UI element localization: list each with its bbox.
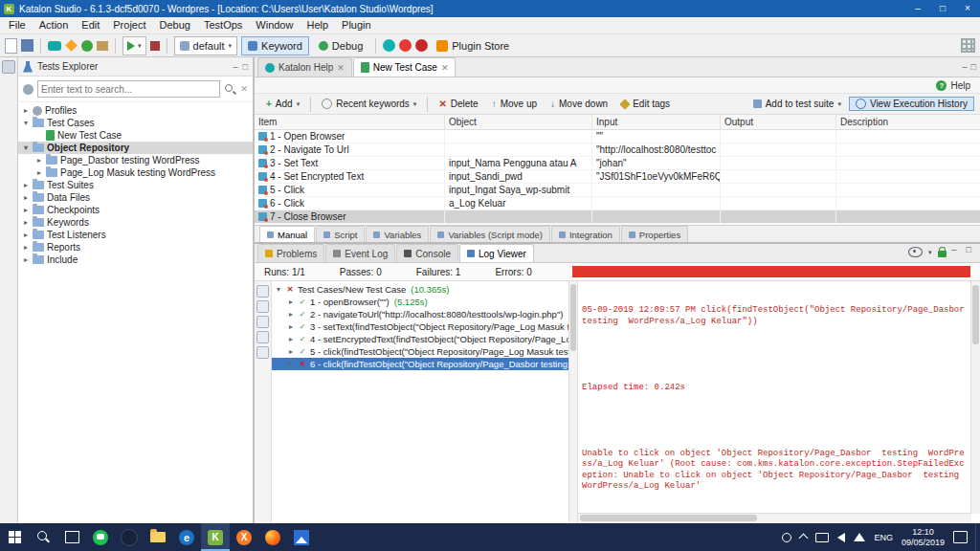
lock-icon[interactable] — [938, 251, 947, 257]
tab-console[interactable]: Console — [396, 244, 458, 262]
plugin-store-button[interactable]: Plugin Store — [432, 40, 514, 52]
horizontal-scrollbar[interactable] — [578, 513, 971, 523]
volume-icon[interactable] — [837, 533, 845, 542]
tab-new-test-case[interactable]: New Test Case ✕ — [353, 57, 457, 77]
chevron-right-icon[interactable]: ▸ — [287, 298, 295, 306]
column-header-input[interactable]: Input — [592, 115, 721, 129]
table-row[interactable]: 2 - Navigate To Url "http://localhost:80… — [255, 143, 980, 157]
tab-properties[interactable]: Properties — [621, 226, 688, 242]
column-header-description[interactable]: Description — [836, 115, 980, 129]
tab-script[interactable]: Script — [316, 226, 365, 242]
chevron-right-icon[interactable]: ▸ — [22, 181, 30, 189]
sidebar-item-object-repository[interactable]: ▾ Object Repository — [18, 142, 253, 154]
chevron-down-icon[interactable]: ▾ — [928, 249, 932, 256]
chevron-down-icon[interactable]: ▾ — [138, 42, 142, 50]
sidebar-item-test-listeners[interactable]: ▸ Test Listeners — [18, 229, 253, 241]
eye-icon[interactable] — [908, 247, 923, 257]
sidebar-item-test-suites[interactable]: ▸ Test Suites — [18, 179, 253, 191]
chevron-down-icon[interactable]: ▾ — [22, 143, 30, 152]
log-tree-step[interactable]: ▸ ✓ 4 - setEncryptedText(findTestObject(… — [272, 333, 568, 345]
menu-window[interactable]: Window — [249, 17, 300, 33]
maximize-view-icon[interactable]: □ — [971, 62, 976, 72]
file-explorer-button[interactable] — [144, 523, 172, 551]
taskbar-search-button[interactable] — [29, 523, 57, 551]
vertical-scrollbar[interactable] — [970, 281, 980, 514]
show-desktop-button[interactable] — [975, 523, 980, 551]
menu-action[interactable]: Action — [33, 17, 76, 33]
chevron-right-icon[interactable]: ▸ — [287, 360, 295, 368]
column-header-object[interactable]: Object — [445, 115, 592, 129]
display-icon[interactable] — [815, 533, 829, 542]
tab-manual[interactable]: Manual — [259, 226, 315, 242]
tab-problems[interactable]: Problems — [257, 244, 324, 262]
keyword-mode-button[interactable]: Keyword — [241, 36, 309, 55]
sidebar-item-profiles[interactable]: ▸ Profiles — [18, 104, 253, 117]
previous-failure-icon[interactable] — [256, 316, 269, 328]
menu-project[interactable]: Project — [106, 17, 152, 33]
chevron-down-icon[interactable]: ▾ — [275, 285, 282, 294]
record-icon[interactable] — [399, 39, 412, 52]
log-tree-step-selected[interactable]: ▸ ✕ 6 - click(findTestObject("Object Rep… — [272, 358, 568, 370]
firefox-button[interactable] — [258, 523, 287, 551]
chevron-right-icon[interactable]: ▸ — [287, 335, 295, 343]
spy-mobile-icon[interactable] — [383, 39, 395, 52]
table-row[interactable]: 6 - Click a_Log Keluar — [255, 197, 980, 210]
stop-icon[interactable] — [150, 41, 160, 51]
close-icon[interactable]: ✕ — [337, 63, 345, 73]
minimize-view-icon[interactable]: – — [963, 62, 968, 72]
expand-all-icon[interactable] — [256, 285, 269, 298]
sidebar-item-new-test-case[interactable]: New Test Case — [18, 129, 253, 142]
tab-log-viewer[interactable]: Log Viewer — [459, 244, 534, 262]
action-center-icon[interactable] — [953, 531, 968, 543]
web-service-icon[interactable] — [81, 40, 93, 52]
column-header-item[interactable]: Item — [255, 115, 445, 129]
move-down-button[interactable]: ↓ Move down — [545, 98, 613, 110]
profile-dropdown[interactable]: default ▾ — [174, 36, 238, 55]
menu-file[interactable]: File — [2, 17, 33, 33]
perspective-grid-icon[interactable] — [961, 38, 975, 53]
menu-edit[interactable]: Edit — [75, 17, 106, 33]
minimize-view-icon[interactable]: – — [952, 245, 957, 254]
table-row-selected[interactable]: 7 - Close Browser — [255, 210, 980, 224]
maximize-window-button[interactable]: □ — [930, 0, 955, 17]
xampp-button[interactable] — [230, 523, 258, 551]
sidebar-item-page-log-masuk[interactable]: ▸ Page_Log Masuk testing WordPress — [18, 166, 253, 179]
chevron-right-icon[interactable]: ▸ — [22, 255, 30, 264]
debug-mode-button[interactable]: Debug — [313, 37, 368, 55]
log-tree-scrollbar[interactable] — [569, 281, 578, 523]
chat-app-button[interactable] — [86, 523, 115, 551]
menu-help[interactable]: Help — [300, 17, 335, 33]
clear-search-icon[interactable]: ✕ — [240, 84, 248, 94]
clear-log-icon[interactable] — [256, 346, 269, 359]
katalon-taskbar-button[interactable] — [201, 523, 230, 551]
photos-button[interactable] — [287, 523, 316, 551]
start-button[interactable] — [0, 523, 29, 551]
show-hidden-icons-chevron[interactable] — [799, 534, 809, 543]
delete-button[interactable]: ✕ Delete — [433, 98, 483, 110]
menu-plugin[interactable]: Plugin — [335, 17, 378, 33]
minimize-window-button[interactable]: – — [905, 0, 930, 17]
tab-katalon-help[interactable]: Katalon Help ✕ — [257, 57, 352, 77]
task-view-button[interactable] — [57, 523, 86, 551]
chevron-right-icon[interactable]: ▸ — [35, 156, 43, 165]
steam-button[interactable] — [115, 523, 144, 551]
table-row[interactable]: 5 - Click input_Ingat Saya_wp-submit — [255, 184, 980, 197]
table-row[interactable]: 4 - Set Encrypted Text input_Sandi_pwd "… — [255, 170, 980, 184]
sidebar-item-reports[interactable]: ▸ Reports — [18, 241, 253, 253]
add-to-test-suite-button[interactable]: Add to test suite ▾ — [747, 98, 847, 110]
search-icon[interactable] — [224, 83, 236, 96]
column-header-output[interactable]: Output — [721, 115, 836, 129]
chevron-right-icon[interactable]: ▸ — [22, 218, 30, 227]
tab-variables[interactable]: Variables — [366, 226, 429, 242]
chevron-right-icon[interactable]: ▸ — [22, 206, 30, 214]
recent-keywords-button[interactable]: Recent keywords ▾ — [316, 98, 422, 110]
chevron-right-icon[interactable]: ▸ — [22, 243, 30, 252]
maximize-view-icon[interactable]: □ — [243, 62, 248, 72]
sidebar-item-test-cases[interactable]: ▾ Test Cases — [18, 117, 253, 129]
tab-event-log[interactable]: Event Log — [325, 244, 395, 262]
record-web-icon[interactable] — [65, 39, 78, 52]
sidebar-item-keywords[interactable]: ▸ Keywords — [18, 216, 253, 229]
chevron-right-icon[interactable]: ▸ — [22, 193, 30, 202]
search-input[interactable] — [37, 80, 220, 98]
network-icon[interactable] — [854, 533, 865, 541]
